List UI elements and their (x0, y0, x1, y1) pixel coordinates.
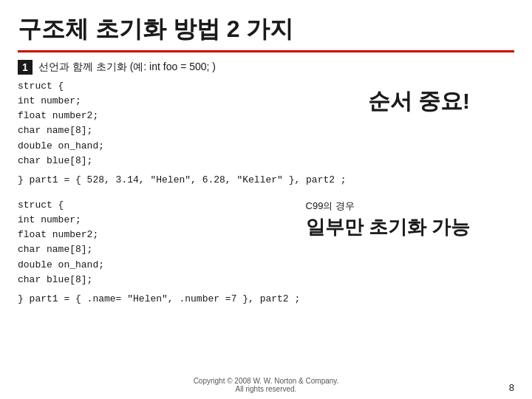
code2-line4: char name[8]; (18, 242, 514, 257)
code2-line6: char blue[8]; (18, 273, 514, 287)
code1-line4: char name[8]; (18, 123, 514, 138)
section1-header: 1 선언과 함께 초기화 (예: int foo = 500; ) (18, 60, 514, 75)
note1-text: 순서 중요! (368, 86, 470, 117)
footer-line1: Copyright © 2008 W. W. Norton & Company. (0, 377, 532, 385)
page: 구조체 초기화 방법 2 가지 1 선언과 함께 초기화 (예: int foo… (0, 0, 532, 399)
footer-line2: All rights reserved. (0, 385, 532, 393)
footer: Copyright © 2008 W. W. Norton & Company.… (0, 377, 532, 393)
note2-small: C99의 경우 (306, 200, 470, 213)
code1-line5: double on_hand; (18, 139, 514, 154)
code-block-2: struct { int number; float number2; char… (18, 198, 514, 287)
code1-line7: } part1 = { 528, 3.14, "Helen", 6.28, "K… (18, 173, 514, 188)
note2-big: 일부만 초기화 가능 (306, 214, 470, 240)
section1-label: 선언과 함께 초기화 (예: int foo = 500; ) (38, 61, 216, 74)
code2-line7: } part1 = { .name= "Helen", .number =7 }… (18, 292, 514, 307)
code2-line5: double on_hand; (18, 258, 514, 273)
page-title: 구조체 초기화 방법 2 가지 (18, 13, 514, 46)
code-block-1: struct { int number; float number2; char… (18, 79, 514, 168)
code1-line6: char blue[8]; (18, 154, 514, 168)
red-divider (18, 50, 514, 52)
section1-number: 1 (18, 60, 33, 75)
page-number: 8 (509, 382, 514, 393)
